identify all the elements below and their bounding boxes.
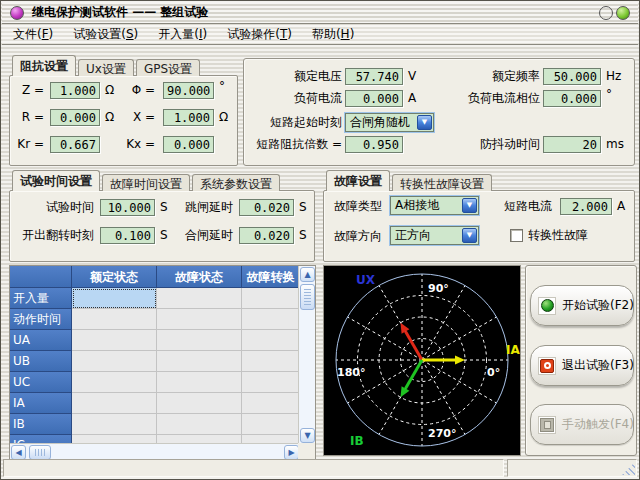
trip-delay-input[interactable] xyxy=(239,199,294,216)
table-row: 动作时间 xyxy=(10,309,299,330)
menu-file[interactable]: 文件(F) xyxy=(6,24,60,45)
table-cell[interactable] xyxy=(157,330,242,351)
result-table: 额定状态 故障状态 故障转换 开入量 动作时间 UA UB xyxy=(9,265,316,461)
z-input[interactable] xyxy=(50,82,100,99)
table-cell[interactable] xyxy=(157,288,242,309)
row-header-ub[interactable]: UB xyxy=(10,351,72,372)
z-label: Z = xyxy=(12,82,44,99)
anti-shake-label: 防抖动时间 xyxy=(434,136,540,153)
scroll-up-icon[interactable]: ▲ xyxy=(300,267,315,282)
z-unit: Ω xyxy=(105,82,114,99)
kr-input[interactable] xyxy=(50,136,100,153)
minimize-button[interactable] xyxy=(599,6,613,20)
tab-fault-time-settings[interactable]: 故障时间设置 xyxy=(102,174,190,191)
tab-fault-settings[interactable]: 故障设置 xyxy=(326,170,390,191)
load-current-phase-input[interactable] xyxy=(543,90,601,107)
start-test-button[interactable]: 开始试验(F2) xyxy=(530,285,634,326)
impedance-multiple-input[interactable] xyxy=(345,136,403,153)
convertible-fault-checkbox[interactable] xyxy=(510,229,523,242)
horizontal-scrollbar[interactable]: ◀ ▶ xyxy=(10,443,300,460)
short-current-input[interactable] xyxy=(560,198,612,215)
vertical-scrollbar[interactable]: ▲ ▼ xyxy=(298,266,315,444)
row-header-binary-input[interactable]: 开入量 xyxy=(10,288,72,309)
table-cell[interactable] xyxy=(157,351,242,372)
scroll-right-icon[interactable]: ▶ xyxy=(284,445,299,460)
app-window: 继电保护测试软件 —— 整组试验 文件(F) 试验设置(S) 开入量(I) 试验… xyxy=(0,0,640,480)
table-cell[interactable] xyxy=(242,330,299,351)
table-cell[interactable] xyxy=(72,351,157,372)
selected-cell[interactable] xyxy=(72,288,157,309)
row-header-ua[interactable]: UA xyxy=(10,330,72,351)
load-current-input[interactable] xyxy=(345,90,403,107)
tab-impedance-settings[interactable]: 阻抗设置 xyxy=(12,55,76,76)
tab-ux-settings[interactable]: Ux设置 xyxy=(78,59,134,76)
fault-type-dropdown[interactable]: A相接地 ▼ xyxy=(390,196,479,215)
table-cell[interactable] xyxy=(242,372,299,393)
table-row: UA xyxy=(10,330,299,351)
close-delay-input[interactable] xyxy=(239,227,294,244)
short-circuit-start-dropdown[interactable]: 合闸角随机 ▼ xyxy=(345,113,434,132)
phi-unit: ° xyxy=(219,78,225,95)
col-header-fault-state[interactable]: 故障状态 xyxy=(157,266,242,288)
row-header-action-time[interactable]: 动作时间 xyxy=(10,309,72,330)
tab-gps-settings[interactable]: GPS设置 xyxy=(136,59,200,76)
table-cell[interactable] xyxy=(72,330,157,351)
col-header-blank xyxy=(10,266,72,288)
chevron-down-icon[interactable]: ▼ xyxy=(417,115,432,130)
chevron-down-icon[interactable]: ▼ xyxy=(462,228,477,243)
rated-frequency-input[interactable] xyxy=(543,68,601,85)
menu-test-operation[interactable]: 试验操作(T) xyxy=(220,24,299,45)
stop-icon xyxy=(538,357,556,375)
test-time-input[interactable] xyxy=(100,199,155,216)
table-cell[interactable] xyxy=(242,288,299,309)
col-header-rated-state[interactable]: 额定状态 xyxy=(72,266,157,288)
output-flip-time-input[interactable] xyxy=(100,227,155,244)
table-cell[interactable] xyxy=(157,414,242,435)
table-cell[interactable] xyxy=(72,414,157,435)
svg-text:90°: 90° xyxy=(428,282,449,295)
chevron-down-icon[interactable]: ▼ xyxy=(462,198,477,213)
trip-delay-unit: S xyxy=(299,199,307,216)
phi-input[interactable] xyxy=(163,82,214,99)
table-cell[interactable] xyxy=(242,351,299,372)
menu-test-settings[interactable]: 试验设置(S) xyxy=(66,24,145,45)
scroll-down-icon[interactable]: ▼ xyxy=(300,428,315,443)
col-header-fault-transfer[interactable]: 故障转换 xyxy=(242,266,299,288)
tab-test-time-settings[interactable]: 试验时间设置 xyxy=(12,170,100,191)
close-button[interactable] xyxy=(616,6,630,20)
tab-convertible-fault-settings[interactable]: 转换性故障设置 xyxy=(392,174,492,191)
source-panel: 额定电压 V 额定频率 Hz 负荷电流 A 负荷电流相位 ° 短路起始时刻 合闸… xyxy=(243,58,635,166)
scroll-left-icon[interactable]: ◀ xyxy=(11,445,26,460)
vscroll-thumb[interactable] xyxy=(300,284,315,310)
table-cell[interactable] xyxy=(157,309,242,330)
load-current-phase-label: 负荷电流相位 xyxy=(434,90,540,107)
row-header-ib[interactable]: IB xyxy=(10,414,72,435)
r-input[interactable] xyxy=(50,109,100,126)
table-cell[interactable] xyxy=(72,372,157,393)
row-header-ia[interactable]: IA xyxy=(10,393,72,414)
exit-test-button[interactable]: 退出试验(F3) xyxy=(530,345,634,386)
menu-help[interactable]: 帮助(H) xyxy=(305,24,361,45)
resize-grip[interactable] xyxy=(622,462,635,475)
row-header-uc[interactable]: UC xyxy=(10,372,72,393)
table-cell[interactable] xyxy=(72,309,157,330)
fault-direction-label: 故障方向 xyxy=(334,228,382,245)
table-cell[interactable] xyxy=(157,372,242,393)
anti-shake-input[interactable] xyxy=(543,136,601,153)
r-label: R = xyxy=(12,109,44,126)
table-cell[interactable] xyxy=(72,393,157,414)
hscroll-thumb[interactable] xyxy=(29,445,51,460)
tab-system-param-settings[interactable]: 系统参数设置 xyxy=(192,174,280,191)
manual-trigger-button[interactable]: 手动触发(F4) xyxy=(530,404,634,445)
x-input[interactable] xyxy=(163,109,214,126)
table-cell[interactable] xyxy=(242,414,299,435)
kx-input[interactable] xyxy=(163,136,214,153)
load-current-label: 负荷电流 xyxy=(246,90,342,107)
rated-voltage-input[interactable] xyxy=(345,68,403,85)
table-cell[interactable] xyxy=(242,309,299,330)
menu-binary-input[interactable]: 开入量(I) xyxy=(151,24,214,45)
table-cell[interactable] xyxy=(242,393,299,414)
fault-direction-dropdown[interactable]: 正方向 ▼ xyxy=(390,226,479,245)
table-cell[interactable] xyxy=(157,393,242,414)
fault-direction-value: 正方向 xyxy=(395,228,431,242)
